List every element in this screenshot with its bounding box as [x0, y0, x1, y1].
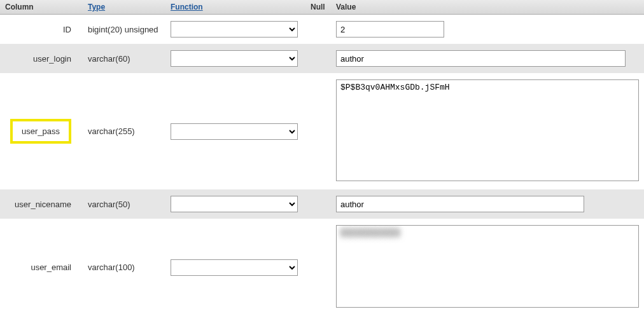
function-cell	[165, 219, 305, 316]
function-select[interactable]	[171, 123, 298, 140]
function-cell	[165, 73, 305, 189]
function-select[interactable]	[171, 196, 298, 212]
column-type: varchar(50)	[83, 189, 165, 219]
null-cell	[305, 73, 331, 189]
column-type: bigint(20) unsigned	[83, 15, 165, 44]
null-cell	[305, 219, 331, 316]
function-select[interactable]	[171, 21, 298, 38]
column-type: varchar(60)	[83, 44, 165, 73]
table-row: user_loginvarchar(60)	[0, 44, 644, 73]
value-input[interactable]	[336, 21, 444, 38]
function-cell	[165, 15, 305, 44]
value-cell	[331, 189, 644, 219]
column-type: varchar(100)	[83, 219, 165, 316]
header-type[interactable]: Type	[83, 0, 165, 15]
value-cell	[331, 44, 644, 73]
value-cell	[331, 73, 644, 189]
table-row: user_nicenamevarchar(50)	[0, 189, 644, 219]
column-name: user_login	[0, 44, 83, 73]
value-textarea[interactable]	[336, 79, 639, 181]
table-row: IDbigint(20) unsigned	[0, 15, 644, 44]
null-cell	[305, 189, 331, 219]
column-name: user_nicename	[0, 189, 83, 219]
null-cell	[305, 15, 331, 44]
function-select[interactable]	[171, 50, 298, 67]
header-null: Null	[305, 0, 331, 15]
column-name: ID	[0, 15, 83, 44]
column-type: varchar(255)	[83, 73, 165, 189]
header-row: Column Type Function Null Value	[0, 0, 644, 15]
null-cell	[305, 44, 331, 73]
function-cell	[165, 44, 305, 73]
value-cell	[331, 219, 644, 316]
column-name: user_pass	[0, 73, 83, 189]
highlight-box: user_pass	[10, 119, 71, 144]
column-name: user_email	[0, 219, 83, 316]
field-editor-table: Column Type Function Null Value IDbigint…	[0, 0, 644, 316]
value-input[interactable]	[336, 50, 626, 67]
header-column: Column	[0, 0, 83, 15]
value-input[interactable]	[336, 196, 584, 212]
header-function[interactable]: Function	[165, 0, 305, 15]
table-row: user_emailvarchar(100)	[0, 219, 644, 316]
value-textarea[interactable]	[336, 225, 639, 308]
function-cell	[165, 189, 305, 219]
function-select[interactable]	[171, 259, 298, 276]
table-row: user_passvarchar(255)	[0, 73, 644, 189]
header-value: Value	[331, 0, 644, 15]
value-cell	[331, 15, 644, 44]
